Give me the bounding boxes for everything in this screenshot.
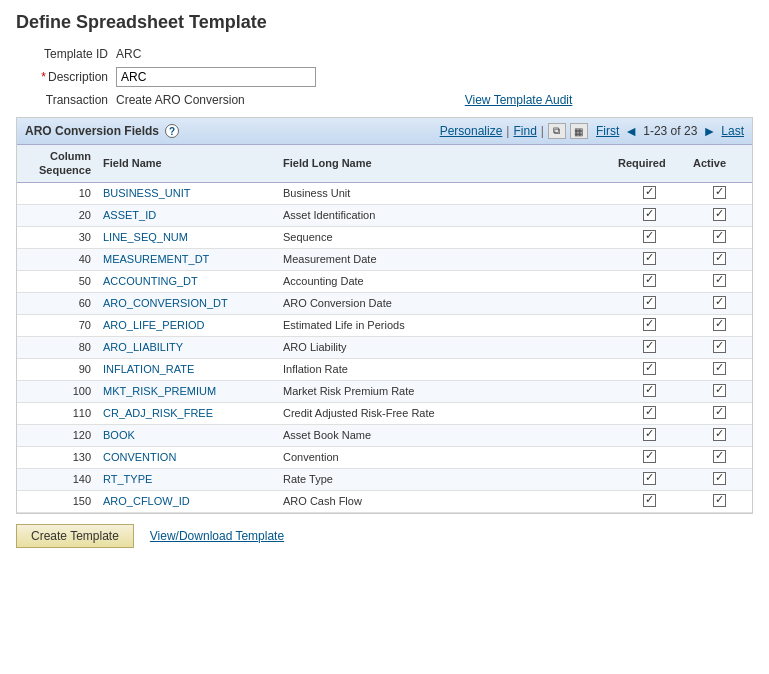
- active-checkbox[interactable]: [713, 428, 726, 441]
- cell-field-name[interactable]: CONVENTION: [97, 446, 277, 468]
- cell-required[interactable]: [612, 270, 687, 292]
- required-checkbox[interactable]: [643, 208, 656, 221]
- cell-field-long-name: Inflation Rate: [277, 358, 612, 380]
- active-checkbox[interactable]: [713, 186, 726, 199]
- cell-active[interactable]: [687, 468, 752, 490]
- cell-field-name[interactable]: INFLATION_RATE: [97, 358, 277, 380]
- cell-required[interactable]: [612, 336, 687, 358]
- required-checkbox[interactable]: [643, 230, 656, 243]
- cell-field-name[interactable]: RT_TYPE: [97, 468, 277, 490]
- cell-field-name[interactable]: BUSINESS_UNIT: [97, 182, 277, 204]
- cell-active[interactable]: [687, 336, 752, 358]
- cell-active[interactable]: [687, 380, 752, 402]
- cell-field-name[interactable]: ARO_LIFE_PERIOD: [97, 314, 277, 336]
- active-checkbox[interactable]: [713, 472, 726, 485]
- cell-field-name[interactable]: ARO_CFLOW_ID: [97, 490, 277, 512]
- cell-required[interactable]: [612, 314, 687, 336]
- active-checkbox[interactable]: [713, 230, 726, 243]
- spreadsheet-icon[interactable]: ▦: [570, 123, 588, 139]
- col-header-sequence: ColumnSequence: [17, 145, 97, 182]
- view-download-link[interactable]: View/Download Template: [150, 529, 284, 543]
- required-checkbox[interactable]: [643, 384, 656, 397]
- new-window-icon[interactable]: ⧉: [548, 123, 566, 139]
- cell-active[interactable]: [687, 248, 752, 270]
- required-checkbox[interactable]: [643, 450, 656, 463]
- cell-sequence: 20: [17, 204, 97, 226]
- cell-required[interactable]: [612, 204, 687, 226]
- cell-required[interactable]: [612, 358, 687, 380]
- cell-active[interactable]: [687, 292, 752, 314]
- next-page-btn[interactable]: ►: [701, 123, 717, 139]
- cell-required[interactable]: [612, 424, 687, 446]
- cell-field-name[interactable]: MEASUREMENT_DT: [97, 248, 277, 270]
- cell-field-name[interactable]: BOOK: [97, 424, 277, 446]
- required-checkbox[interactable]: [643, 340, 656, 353]
- cell-active[interactable]: [687, 270, 752, 292]
- required-checkbox[interactable]: [643, 472, 656, 485]
- pagination-text: 1-23 of 23: [643, 124, 697, 138]
- personalize-link[interactable]: Personalize: [440, 124, 503, 138]
- cell-required[interactable]: [612, 380, 687, 402]
- cell-active[interactable]: [687, 424, 752, 446]
- description-input[interactable]: [116, 67, 316, 87]
- active-checkbox[interactable]: [713, 274, 726, 287]
- cell-field-name[interactable]: LINE_SEQ_NUM: [97, 226, 277, 248]
- cell-field-name[interactable]: MKT_RISK_PREMIUM: [97, 380, 277, 402]
- cell-field-name[interactable]: CR_ADJ_RISK_FREE: [97, 402, 277, 424]
- cell-required[interactable]: [612, 182, 687, 204]
- col-header-required: Required: [612, 145, 687, 182]
- active-checkbox[interactable]: [713, 384, 726, 397]
- find-link[interactable]: Find: [513, 124, 536, 138]
- cell-active[interactable]: [687, 358, 752, 380]
- cell-active[interactable]: [687, 226, 752, 248]
- cell-active[interactable]: [687, 490, 752, 512]
- active-checkbox[interactable]: [713, 406, 726, 419]
- required-checkbox[interactable]: [643, 494, 656, 507]
- table-row: 120BOOKAsset Book Name: [17, 424, 752, 446]
- required-checkbox[interactable]: [643, 362, 656, 375]
- cell-field-long-name: Asset Book Name: [277, 424, 612, 446]
- required-checkbox[interactable]: [643, 428, 656, 441]
- view-audit-link[interactable]: View Template Audit: [465, 93, 573, 107]
- cell-active[interactable]: [687, 446, 752, 468]
- active-checkbox[interactable]: [713, 340, 726, 353]
- active-checkbox[interactable]: [713, 318, 726, 331]
- cell-required[interactable]: [612, 292, 687, 314]
- table-scroll-area[interactable]: ColumnSequence Field Name Field Long Nam…: [17, 145, 752, 513]
- active-checkbox[interactable]: [713, 252, 726, 265]
- cell-active[interactable]: [687, 314, 752, 336]
- active-checkbox[interactable]: [713, 208, 726, 221]
- active-checkbox[interactable]: [713, 450, 726, 463]
- cell-required[interactable]: [612, 446, 687, 468]
- create-template-button[interactable]: Create Template: [16, 524, 134, 548]
- last-label[interactable]: Last: [721, 124, 744, 138]
- required-checkbox[interactable]: [643, 296, 656, 309]
- cell-field-long-name: Rate Type: [277, 468, 612, 490]
- cell-field-name[interactable]: ARO_CONVERSION_DT: [97, 292, 277, 314]
- form-section: Template ID ARC Description Transaction …: [16, 47, 753, 107]
- cell-field-long-name: ARO Cash Flow: [277, 490, 612, 512]
- required-checkbox[interactable]: [643, 318, 656, 331]
- required-checkbox[interactable]: [643, 274, 656, 287]
- cell-field-name[interactable]: ACCOUNTING_DT: [97, 270, 277, 292]
- active-checkbox[interactable]: [713, 296, 726, 309]
- cell-active[interactable]: [687, 204, 752, 226]
- cell-required[interactable]: [612, 402, 687, 424]
- cell-field-name[interactable]: ARO_LIABILITY: [97, 336, 277, 358]
- cell-active[interactable]: [687, 402, 752, 424]
- active-checkbox[interactable]: [713, 494, 726, 507]
- cell-active[interactable]: [687, 182, 752, 204]
- required-checkbox[interactable]: [643, 186, 656, 199]
- cell-required[interactable]: [612, 226, 687, 248]
- required-checkbox[interactable]: [643, 406, 656, 419]
- first-label[interactable]: First: [596, 124, 619, 138]
- prev-page-btn[interactable]: ◄: [623, 123, 639, 139]
- help-icon[interactable]: ?: [165, 124, 179, 138]
- required-checkbox[interactable]: [643, 252, 656, 265]
- cell-required[interactable]: [612, 248, 687, 270]
- cell-field-name[interactable]: ASSET_ID: [97, 204, 277, 226]
- table-row: 70ARO_LIFE_PERIODEstimated Life in Perio…: [17, 314, 752, 336]
- cell-required[interactable]: [612, 468, 687, 490]
- cell-required[interactable]: [612, 490, 687, 512]
- active-checkbox[interactable]: [713, 362, 726, 375]
